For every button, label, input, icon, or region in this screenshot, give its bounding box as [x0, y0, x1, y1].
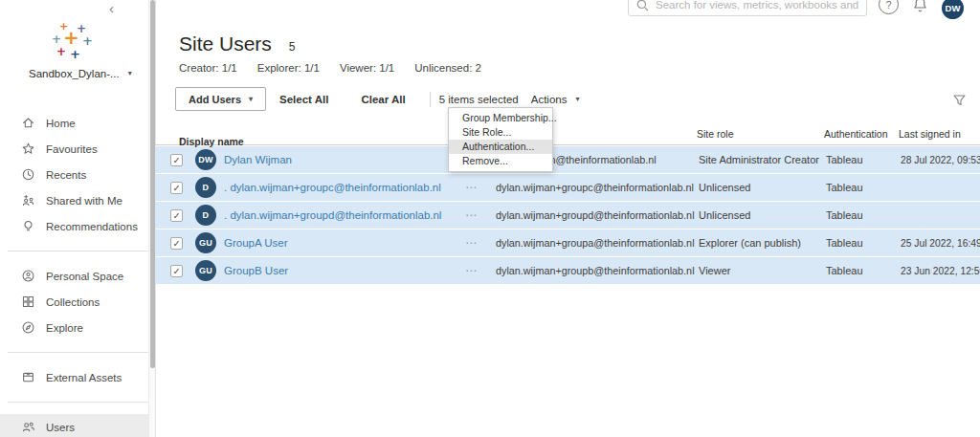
license-stats: Creator: 1/1 Explorer: 1/1 Viewer: 1/1 U…	[179, 62, 481, 74]
row-checkbox[interactable]: ✓	[170, 265, 183, 277]
authentication-cell: Tableau	[826, 182, 901, 193]
site-role-cell: Site Administrator Creator	[699, 154, 826, 165]
site-selector[interactable]: Sandbox_Dylan-... ▾	[29, 68, 132, 79]
actions-button[interactable]: Actions ▾	[531, 94, 580, 105]
sidebar-item-explore[interactable]: Explore	[0, 315, 148, 340]
sidebar-item-label: Personal Space	[46, 271, 123, 282]
search-input[interactable]	[656, 0, 858, 11]
table-row: ✓ D . dylan.wijman+groupd@theinformation…	[155, 202, 980, 229]
user-avatar[interactable]: DW	[942, 0, 964, 19]
row-checkbox[interactable]: ✓	[170, 182, 183, 194]
sidebar-item-label: Favourites	[46, 143, 98, 155]
sidebar-item-label: Shared with Me	[46, 195, 122, 207]
tableau-logo[interactable]: + + + + + + +	[52, 21, 100, 65]
sidebar-item-label: Collections	[46, 296, 100, 308]
display-name-link[interactable]: GroupB User	[224, 265, 465, 276]
add-users-label: Add Users	[189, 94, 241, 105]
scrollbar-thumb[interactable]	[150, 0, 155, 368]
table-row: ✓ GU GroupA User ⋯ dylan.wijman+groupa@t…	[155, 229, 980, 256]
caret-down-icon: ▾	[128, 70, 132, 77]
column-header-last-signed-in[interactable]: Last signed in	[899, 128, 961, 140]
menu-item-group-membership[interactable]: Group Membership...	[449, 111, 552, 125]
sidebar-item-collections[interactable]: Collections	[0, 289, 148, 315]
home-icon	[21, 116, 35, 130]
compass-icon	[21, 320, 35, 335]
authentication-cell: Tableau	[826, 154, 901, 165]
sidebar-item-label: Home	[46, 118, 76, 129]
more-options-icon[interactable]: ⋯	[465, 181, 496, 194]
notifications-bell-icon[interactable]	[911, 0, 929, 19]
last-signed-in-cell: 28 Jul 2022, 09:53	[901, 155, 980, 165]
display-name-link[interactable]: Dylan Wijman	[224, 154, 465, 165]
collapse-sidebar-icon[interactable]: ‹	[109, 0, 114, 16]
logo-plus: +	[63, 28, 79, 47]
display-name-link[interactable]: . dylan.wijman+groupd@theinformationlab.…	[224, 209, 465, 221]
last-signed-in-cell: 23 Jun 2022, 12:50	[901, 266, 980, 276]
sidebar-item-home[interactable]: Home	[0, 110, 148, 136]
site-selector-label: Sandbox_Dylan-...	[29, 68, 120, 79]
actions-label: Actions	[531, 94, 568, 105]
row-checkbox[interactable]: ✓	[170, 237, 183, 250]
box-icon	[21, 370, 35, 384]
row-checkbox[interactable]: ✓	[170, 154, 183, 166]
table-header: ↑Display name Site role Authentication L…	[155, 120, 980, 145]
stat-creator: Creator: 1/1	[179, 62, 237, 74]
stat-unlicensed: Unlicensed: 2	[414, 62, 481, 74]
search-icon	[636, 0, 649, 11]
help-icon[interactable]: ?	[879, 0, 899, 14]
column-header-site-role[interactable]: Site role	[697, 128, 734, 140]
more-options-icon[interactable]: ⋯	[465, 236, 496, 250]
row-avatar: GU	[195, 232, 216, 253]
sidebar-item-personal-space[interactable]: Personal Space	[0, 263, 148, 289]
site-role-cell: Explorer (can publish)	[699, 237, 826, 249]
more-options-icon[interactable]: ⋯	[465, 208, 496, 222]
filter-icon[interactable]	[953, 93, 966, 110]
sidebar-item-label: Explore	[46, 322, 83, 334]
table-row: ✓ DW Dylan Wijman ⋯ dylan.wijman@theinfo…	[155, 146, 980, 173]
sidebar-item-external-assets[interactable]: External Assets	[0, 364, 148, 390]
table-row: ✓ D . dylan.wijman+groupc@theinformation…	[155, 174, 980, 201]
page-title: Site Users	[179, 33, 272, 55]
selection-status: 5 items selected	[439, 94, 519, 105]
menu-item-remove[interactable]: Remove...	[449, 154, 552, 168]
sidebar-item-favourites[interactable]: Favourites	[0, 136, 148, 162]
menu-item-site-role[interactable]: Site Role...	[449, 125, 552, 140]
username-cell: dylan.wijman+groupb@theinformationlab.nl	[496, 265, 699, 276]
column-header-authentication[interactable]: Authentication	[824, 128, 888, 140]
site-role-cell: Viewer	[699, 265, 826, 276]
row-avatar: D	[195, 177, 216, 198]
search-box	[628, 0, 867, 16]
stat-viewer: Viewer: 1/1	[340, 62, 394, 74]
sidebar-item-label: Recommendations	[46, 221, 138, 232]
stat-explorer: Explorer: 1/1	[257, 62, 320, 74]
more-options-icon[interactable]: ⋯	[465, 264, 496, 277]
display-name-link[interactable]: GroupA User	[224, 237, 465, 249]
sidebar-divider	[8, 352, 148, 353]
select-all-button[interactable]: Select All	[279, 94, 328, 105]
actions-menu: Group Membership... Site Role... Authent…	[448, 107, 553, 172]
users-icon	[21, 420, 35, 434]
username-cell: dylan.wijman+groupc@theinformationlab.nl	[496, 182, 699, 193]
page-header: Site Users 5	[179, 33, 296, 55]
sidebar-item-users[interactable]: Users	[0, 414, 148, 437]
clear-all-button[interactable]: Clear All	[361, 94, 405, 105]
row-avatar: DW	[195, 149, 216, 170]
logo-plus: +	[56, 46, 66, 57]
menu-item-authentication[interactable]: Authentication...	[449, 140, 552, 154]
row-avatar: D	[195, 205, 216, 226]
sidebar-divider	[8, 402, 148, 403]
sidebar-item-recommendations[interactable]: Recommendations	[0, 213, 148, 239]
add-users-button[interactable]: Add Users ▾	[175, 87, 266, 111]
site-role-cell: Unlicensed	[699, 209, 826, 221]
logo-plus: +	[82, 34, 93, 47]
site-role-cell: Unlicensed	[699, 182, 826, 193]
sidebar-item-shared-with-me[interactable]: Shared with Me	[0, 187, 148, 213]
table-row: ✓ GU GroupB User ⋯ dylan.wijman+groupb@t…	[155, 257, 980, 284]
sidebar-item-recents[interactable]: Recents	[0, 162, 148, 187]
shared-icon	[21, 193, 35, 208]
row-checkbox[interactable]: ✓	[170, 209, 183, 222]
authentication-cell: Tableau	[826, 237, 901, 249]
display-name-link[interactable]: . dylan.wijman+groupc@theinformationlab.…	[224, 182, 465, 193]
username-cell: dylan.wijman+groupd@theinformationlab.nl	[496, 209, 699, 221]
collections-icon	[21, 295, 35, 309]
